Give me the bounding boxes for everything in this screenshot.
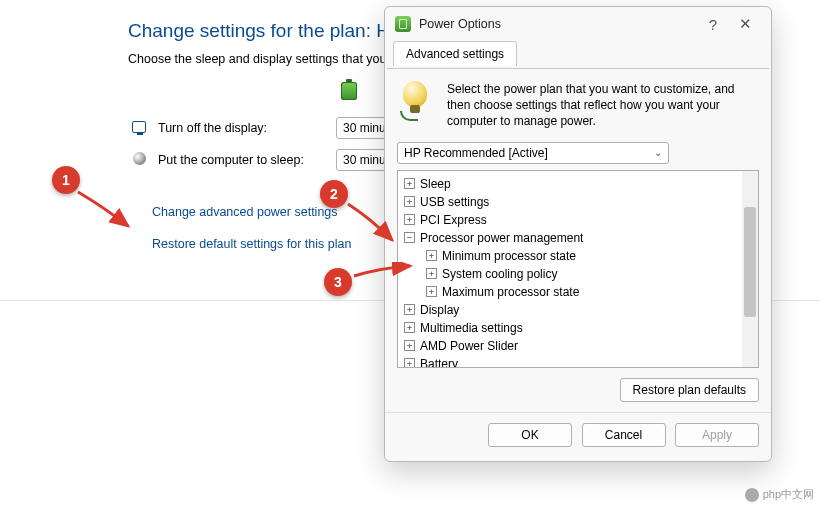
plan-select-combo[interactable]: HP Recommended [Active] ⌄	[397, 142, 669, 164]
tab-advanced-settings[interactable]: Advanced settings	[393, 41, 517, 66]
tree-node[interactable]: +System cooling policy	[402, 265, 754, 283]
tree-node-label: USB settings	[420, 195, 489, 209]
tree-node[interactable]: +Maximum processor state	[402, 283, 754, 301]
tree-node[interactable]: +USB settings	[402, 193, 754, 211]
expand-icon[interactable]: +	[404, 358, 415, 368]
help-button[interactable]: ?	[697, 9, 729, 39]
close-button[interactable]: ✕	[729, 9, 761, 39]
dialog-titlebar[interactable]: Power Options ? ✕	[385, 7, 771, 41]
watermark: php中文网	[745, 487, 814, 502]
expand-icon[interactable]: +	[404, 304, 415, 315]
chevron-down-icon: ⌄	[654, 147, 662, 158]
tree-node-label: Display	[420, 303, 459, 317]
tree-node[interactable]: +Multimedia settings	[402, 319, 754, 337]
cancel-button[interactable]: Cancel	[582, 423, 666, 447]
annotation-badge-2: 2	[320, 180, 348, 208]
power-options-icon	[395, 16, 411, 32]
intro-text: Select the power plan that you want to c…	[447, 81, 759, 130]
tree-node[interactable]: +Minimum processor state	[402, 247, 754, 265]
tree-node-label: Maximum processor state	[442, 285, 579, 299]
display-timeout-label: Turn off the display:	[158, 121, 336, 135]
expand-icon[interactable]: +	[404, 340, 415, 351]
tree-node-label: Battery	[420, 357, 458, 368]
collapse-icon[interactable]: −	[404, 232, 415, 243]
expand-icon[interactable]: +	[426, 286, 437, 297]
tree-node-label: Processor power management	[420, 231, 583, 245]
lightbulb-icon	[397, 81, 437, 121]
ok-button[interactable]: OK	[488, 423, 572, 447]
expand-icon[interactable]: +	[426, 250, 437, 261]
tree-node-label: Minimum processor state	[442, 249, 576, 263]
tree-node[interactable]: +Display	[402, 301, 754, 319]
expand-icon[interactable]: +	[426, 268, 437, 279]
monitor-icon	[132, 121, 146, 133]
plan-select-value: HP Recommended [Active]	[404, 146, 654, 160]
annotation-badge-1: 1	[52, 166, 80, 194]
tree-node-label: Sleep	[420, 177, 451, 191]
tree-node[interactable]: +Battery	[402, 355, 754, 368]
scrollbar[interactable]	[742, 171, 758, 367]
tree-node[interactable]: +Sleep	[402, 175, 754, 193]
tree-node-label: System cooling policy	[442, 267, 557, 281]
tree-node-label: PCI Express	[420, 213, 487, 227]
tree-node[interactable]: −Processor power management	[402, 229, 754, 247]
moon-icon	[133, 152, 146, 165]
tree-node[interactable]: +PCI Express	[402, 211, 754, 229]
tree-node-label: Multimedia settings	[420, 321, 523, 335]
restore-plan-defaults-button[interactable]: Restore plan defaults	[620, 378, 759, 402]
expand-icon[interactable]: +	[404, 178, 415, 189]
settings-tree[interactable]: +Sleep+USB settings+PCI Express−Processo…	[397, 170, 759, 368]
annotation-badge-3: 3	[324, 268, 352, 296]
dialog-footer: OK Cancel Apply	[385, 412, 771, 461]
tab-body: Select the power plan that you want to c…	[385, 69, 771, 412]
watermark-icon	[745, 488, 759, 502]
tab-row: Advanced settings	[385, 41, 771, 69]
apply-button[interactable]: Apply	[675, 423, 759, 447]
battery-icon	[338, 80, 362, 102]
tree-node[interactable]: +AMD Power Slider	[402, 337, 754, 355]
expand-icon[interactable]: +	[404, 322, 415, 333]
dialog-title: Power Options	[419, 17, 697, 31]
expand-icon[interactable]: +	[404, 196, 415, 207]
power-options-dialog: Power Options ? ✕ Advanced settings Sele…	[384, 6, 772, 462]
expand-icon[interactable]: +	[404, 214, 415, 225]
watermark-text: php中文网	[763, 487, 814, 502]
sleep-timeout-label: Put the computer to sleep:	[158, 153, 336, 167]
tree-node-label: AMD Power Slider	[420, 339, 518, 353]
scrollbar-thumb[interactable]	[744, 207, 756, 317]
